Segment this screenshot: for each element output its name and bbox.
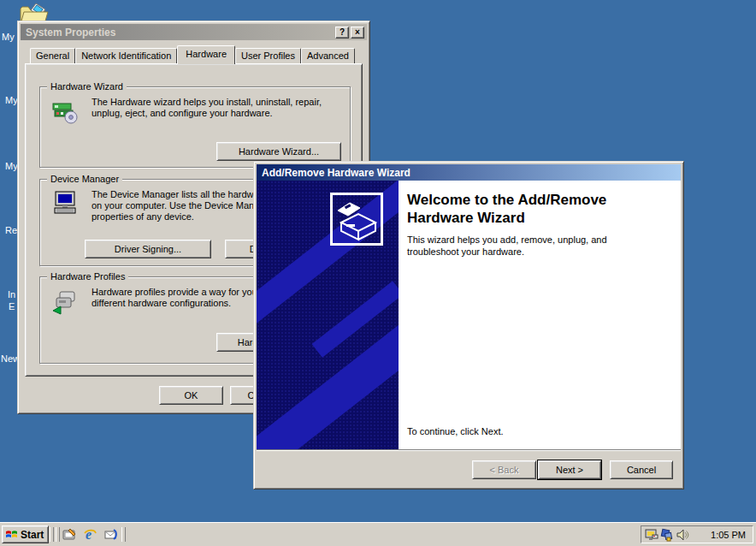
tab-network-identification[interactable]: Network Identification: [75, 48, 177, 63]
wizard-body-line: troubleshoot your hardware.: [407, 246, 607, 258]
wizard-cancel-button[interactable]: Cancel: [610, 460, 673, 479]
tab-user-profiles[interactable]: User Profiles: [235, 48, 301, 63]
help-button[interactable]: ?: [335, 27, 349, 39]
desktop-icon-label[interactable]: E: [9, 301, 15, 312]
hardware-wizard-group: Hardware Wizard The Hardware wizard help…: [39, 86, 351, 168]
start-label: Start: [21, 529, 44, 541]
outlook-express-icon[interactable]: [103, 527, 118, 542]
start-button[interactable]: Start: [2, 525, 49, 543]
wizard-titlebar[interactable]: Add/Remove Hardware Wizard: [257, 164, 681, 181]
clock: 1:05 PM: [711, 530, 746, 540]
volume-icon[interactable]: [676, 528, 689, 542]
driver-signing-button[interactable]: Driver Signing...: [85, 240, 211, 258]
svg-text:e: e: [86, 527, 92, 542]
group-caption: Device Manager: [47, 174, 122, 184]
desktop-icon-label[interactable]: In: [8, 289, 15, 300]
hardware-wizard-button[interactable]: Hardware Wizard...: [216, 142, 341, 161]
ok-button[interactable]: OK: [159, 386, 223, 405]
wizard-body-line: This wizard helps you add, remove, unplu…: [407, 234, 607, 246]
window-title: System Properties: [26, 27, 115, 39]
group-caption: Hardware Profiles: [47, 271, 128, 282]
wizard-heading-line: Welcome to the Add/Remove: [407, 191, 606, 209]
system-tray: 1:05 PM: [641, 525, 753, 543]
group-description-line: The Hardware wizard helps you install, u…: [92, 97, 322, 108]
desktop-icon-label[interactable]: My: [5, 95, 18, 105]
tab-hardware[interactable]: Hardware: [177, 45, 235, 64]
hardware-wizard-graphic-icon: [330, 193, 383, 246]
wizard-heading-line: Hardware Wizard: [407, 209, 606, 227]
desktop-icon-label[interactable]: Re: [5, 225, 17, 235]
eject-hardware-icon[interactable]: [645, 528, 659, 542]
window-title: Add/Remove Hardware Wizard: [262, 167, 410, 179]
wizard-body-text: This wizard helps you add, remove, unplu…: [407, 234, 607, 258]
tab-advanced[interactable]: Advanced: [301, 48, 355, 63]
wizard-hint-text: To continue, click Next.: [407, 426, 504, 436]
tab-bar: General Network Identification Hardware …: [30, 45, 355, 63]
back-button[interactable]: < Back: [472, 460, 536, 479]
windows-logo-icon: [5, 529, 18, 540]
next-button[interactable]: Next >: [538, 460, 601, 479]
add-hardware-icon: [51, 98, 79, 125]
network-tray-icon[interactable]: [660, 528, 674, 542]
internet-explorer-icon[interactable]: e: [83, 527, 97, 542]
wizard-heading: Welcome to the Add/Remove Hardware Wizar…: [407, 191, 606, 227]
system-properties-titlebar[interactable]: System Properties ? ×: [21, 24, 367, 40]
add-remove-hardware-wizard-window: Add/Remove Hardware Wizard Welcome to th…: [253, 161, 684, 490]
taskbar-grip[interactable]: [50, 527, 54, 542]
hardware-profiles-icon: [51, 288, 79, 315]
wizard-content: Welcome to the Add/Remove Hardware Wizar…: [399, 181, 681, 450]
tab-general[interactable]: General: [30, 48, 75, 63]
close-button[interactable]: ×: [351, 27, 364, 39]
show-desktop-icon[interactable]: [62, 527, 77, 542]
group-caption: Hardware Wizard: [47, 81, 127, 92]
group-description-line: unplug, eject, and configure your hardwa…: [92, 108, 322, 119]
taskbar-grip[interactable]: [121, 527, 126, 542]
wizard-watermark-pane: [257, 181, 399, 450]
desktop-icon-label[interactable]: My: [5, 161, 18, 171]
taskbar-grip[interactable]: [56, 527, 60, 542]
device-manager-icon: [51, 190, 79, 217]
taskbar: Start e: [0, 522, 756, 546]
